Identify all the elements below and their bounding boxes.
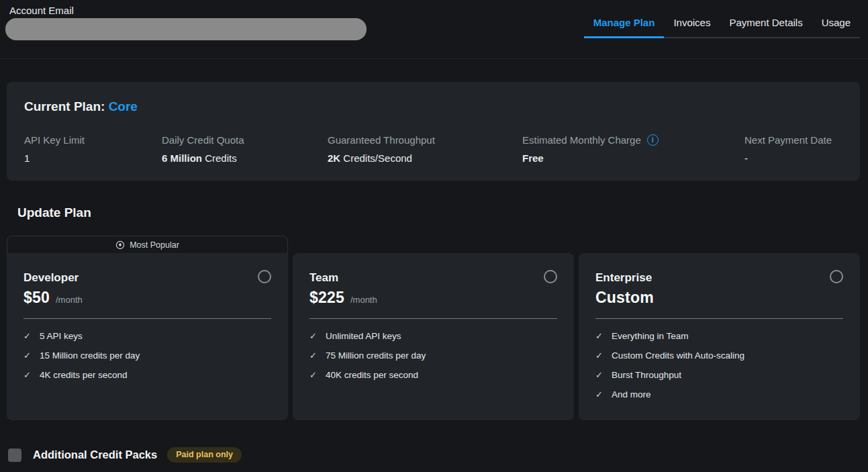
check-icon: ✓ [309,350,317,362]
plan-name: Enterprise [595,271,843,285]
plan-divider [23,318,271,319]
plan-name: Developer [23,271,271,285]
top-bar: Account Email Manage Plan Invoices Payme… [0,0,868,59]
plan-feature: ✓And more [595,389,843,401]
plan-column-enterprise: Enterprise Custom ✓Everything in Team ✓C… [579,236,860,420]
stat-estimated-monthly-charge: Estimated Monthly Chargei Free [522,134,744,164]
plan-feature: ✓5 API keys [23,330,271,342]
account-email-label: Account Email [9,5,74,16]
stat-label: Next Payment Date [744,134,842,146]
plan-feature: ✓Burst Throughput [595,369,843,381]
plan-feature: ✓75 Million credits per day [309,350,557,362]
stat-value: 2K Credits/Second [328,152,522,164]
plan-price-row: Custom [595,289,843,307]
most-popular-badge: Most Popular [7,236,288,253]
plan-price: $50 [23,289,50,307]
most-popular-label: Most Popular [130,240,179,250]
current-plan-title: Current Plan: Core [24,99,842,114]
stat-label: API Key Limit [24,134,162,146]
plan-price-row: $50 /month [23,289,271,307]
plan-radio-enterprise[interactable] [830,270,843,283]
plan-period: /month [350,295,377,305]
plan-card-enterprise[interactable]: Enterprise Custom ✓Everything in Team ✓C… [579,253,860,420]
current-plan-prefix: Current Plan: [24,99,109,113]
additional-credit-packs-row: Additional Credit Packs Paid plan only [8,447,868,463]
check-icon: ✓ [595,369,603,381]
plan-radio-developer[interactable] [258,270,271,283]
plan-price-row: $225 /month [309,289,557,307]
tab-manage-plan[interactable]: Manage Plan [584,17,665,38]
additional-credit-packs-checkbox[interactable] [8,449,21,462]
plan-cards-row: Most Popular Developer $50 /month ✓5 API… [7,236,860,420]
stat-label: Estimated Monthly Chargei [522,134,744,146]
update-plan-heading: Update Plan [17,205,868,220]
plan-feature: ✓Custom Credits with Auto-scaling [595,350,843,362]
plan-features: ✓Unlimited API keys ✓75 Million credits … [309,330,557,381]
flame-icon [115,240,125,250]
plan-name: Team [309,271,557,285]
plan-divider [309,318,557,319]
check-icon: ✓ [23,350,31,362]
plan-period: /month [56,295,83,305]
plan-column-developer: Most Popular Developer $50 /month ✓5 API… [7,236,288,420]
stat-api-key-limit: API Key Limit 1 [24,134,162,164]
additional-credit-packs-label: Additional Credit Packs [33,449,157,461]
plan-price: Custom [595,289,654,307]
plan-divider [595,318,843,319]
check-icon: ✓ [595,389,603,401]
stat-value: - [744,152,842,164]
plan-price: $225 [309,289,344,307]
band-spacer [293,236,574,253]
billing-tabs: Manage Plan Invoices Payment Details Usa… [584,17,860,38]
check-icon: ✓ [309,330,317,342]
plan-features: ✓Everything in Team ✓Custom Credits with… [595,330,843,401]
paid-plan-only-badge: Paid plan only [167,447,242,463]
plan-column-team: Team $225 /month ✓Unlimited API keys ✓75… [293,236,574,420]
plan-radio-team[interactable] [544,270,557,283]
current-plan-card: Current Plan: Core API Key Limit 1 Daily… [7,82,860,181]
account-email-input[interactable] [5,18,367,40]
check-icon: ✓ [309,369,317,381]
info-icon[interactable]: i [647,134,659,146]
stat-guaranteed-throughput: Guaranteed Throughput 2K Credits/Second [328,134,522,164]
check-icon: ✓ [23,330,31,342]
band-spacer [579,236,860,253]
check-icon: ✓ [23,369,31,381]
stat-value: 1 [24,152,162,164]
current-plan-name: Core [109,99,138,113]
tab-payment-details[interactable]: Payment Details [720,17,812,37]
plan-card-developer[interactable]: Developer $50 /month ✓5 API keys ✓15 Mil… [7,253,288,420]
tab-usage[interactable]: Usage [812,17,860,37]
plan-feature: ✓40K credits per second [309,369,557,381]
plan-feature: ✓Everything in Team [595,330,843,342]
plan-feature: ✓15 Million credits per day [23,350,271,362]
stat-label: Daily Credit Quota [162,134,328,146]
plan-features: ✓5 API keys ✓15 Million credits per day … [23,330,271,381]
check-icon: ✓ [595,350,603,362]
plan-feature: ✓Unlimited API keys [309,330,557,342]
plan-feature: ✓4K credits per second [23,369,271,381]
current-plan-stats: API Key Limit 1 Daily Credit Quota 6 Mil… [24,134,842,164]
stat-value: Free [522,152,744,164]
plan-card-team[interactable]: Team $225 /month ✓Unlimited API keys ✓75… [293,253,574,420]
stat-value: 6 Million Credits [162,152,328,164]
stat-daily-credit-quota: Daily Credit Quota 6 Million Credits [162,134,328,164]
stat-label: Guaranteed Throughput [328,134,522,146]
tab-invoices[interactable]: Invoices [664,17,720,37]
check-icon: ✓ [595,330,603,342]
stat-next-payment-date: Next Payment Date - [744,134,842,164]
